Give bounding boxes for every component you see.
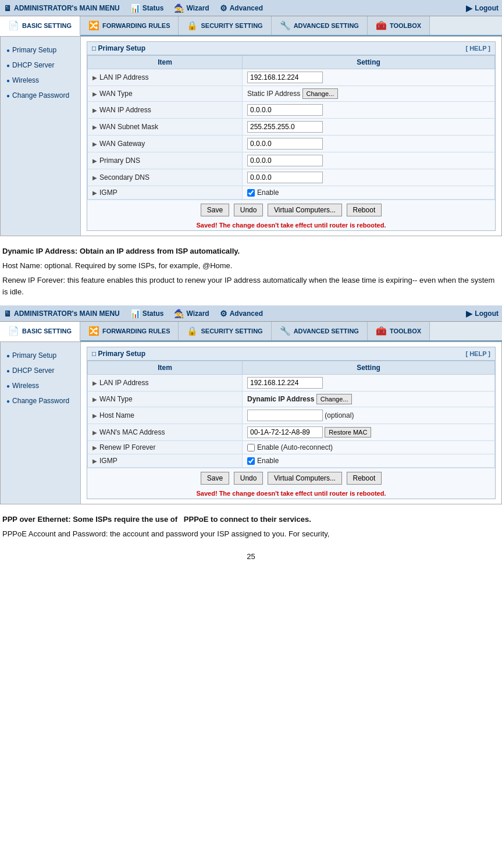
item-cell: ▶ Primary DNS xyxy=(88,152,243,169)
wan-subnet-input[interactable] xyxy=(247,121,323,133)
tab2-advanced-setting[interactable]: 🔧 ADVANCED SETTING xyxy=(272,322,368,340)
arrow-icon: ▶ xyxy=(92,380,97,386)
renew-ip-checkbox-cell: Enable (Auto-reconnect) xyxy=(247,443,490,451)
setup-title-text: □ Primary Setup xyxy=(92,44,145,52)
item-label: ▶ IGMP xyxy=(92,188,237,197)
item-label: ▶ WAN Gateway xyxy=(92,140,237,148)
val-cell: (optional) xyxy=(243,407,495,424)
arrow-icon: ▶ xyxy=(92,412,97,419)
sidebar-item-primary-setup[interactable]: ● Primary Setup xyxy=(1,42,80,58)
igmp-checkbox[interactable] xyxy=(247,189,255,197)
arrow-icon: ▶ xyxy=(92,107,97,113)
wan-type-change-btn[interactable]: Change... xyxy=(302,88,339,99)
nav2-wizard[interactable]: 🧙 Wizard xyxy=(174,309,209,318)
lan-ip-input[interactable] xyxy=(247,72,323,83)
sidebar-item-wireless[interactable]: ● Wireless xyxy=(1,73,80,88)
nav-logout[interactable]: ▶ Logout xyxy=(466,3,499,13)
text2-bold: PPP over Ethernet: Some ISPs require the… xyxy=(2,515,311,524)
reboot-button-2[interactable]: Reboot xyxy=(347,472,382,485)
undo-button-1[interactable]: Undo xyxy=(234,204,264,216)
igmp-checkbox-cell: Enable xyxy=(247,188,490,197)
nav-status[interactable]: 📊 Status xyxy=(130,3,164,13)
table-row: ▶ LAN IP Address xyxy=(88,375,495,392)
nav-advanced[interactable]: ⚙ Advanced xyxy=(220,3,263,13)
nav2-logout[interactable]: ▶ Logout xyxy=(466,309,499,318)
arrow-icon: ▶ xyxy=(92,141,97,147)
text-line-1: Dynamic IP Address: Obtain an IP address… xyxy=(2,246,500,258)
arrow-icon: ▶ xyxy=(92,175,97,181)
tab-basic-label: BASIC SETTING xyxy=(22,22,72,29)
text2-line-1: PPP over Ethernet: Some ISPs require the… xyxy=(2,514,500,526)
table-row: ▶ Secondary DNS xyxy=(88,169,495,186)
wan-ip-input[interactable] xyxy=(247,104,323,116)
tab2-toolbox[interactable]: 🧰 TOOLBOX xyxy=(368,322,430,340)
tab2-adv-label: ADVANCED SETTING xyxy=(294,328,359,335)
lan-ip-input-2[interactable] xyxy=(247,377,323,389)
primary-dns-input[interactable] xyxy=(247,155,323,166)
tab2-forwarding-rules[interactable]: 🔀 FORWARDING RULES xyxy=(80,322,179,340)
sidebar2-item-primary-setup[interactable]: ● Primary Setup xyxy=(1,348,80,363)
adv-setting-icon-2: 🔧 xyxy=(280,326,291,336)
val-cell: Restore MAC xyxy=(243,424,495,441)
sidebar2-item-change-password[interactable]: ● Change Password xyxy=(1,393,80,408)
col-item-1: Item xyxy=(88,56,243,69)
nav2-status[interactable]: 📊 Status xyxy=(130,309,164,318)
wan-mac-input[interactable] xyxy=(247,426,323,438)
item-cell: ▶ LAN IP Address xyxy=(88,375,243,392)
virtual-computers-button-2[interactable]: Virtual Computers... xyxy=(268,472,342,485)
nav2-admin-menu[interactable]: 🖥 ADMINISTRATOR's MAIN MENU xyxy=(3,309,120,318)
status-icon: 📊 xyxy=(130,3,140,13)
item-cell: ▶ WAN's MAC Address xyxy=(88,424,243,441)
val-cell: Dynamic IP Address Change... xyxy=(243,392,495,407)
tab-security-setting[interactable]: 🔒 SECURITY SETTING xyxy=(179,16,271,35)
nav2-advanced[interactable]: ⚙ Advanced xyxy=(220,309,263,318)
tab-forwarding-rules[interactable]: 🔀 FORWARDING RULES xyxy=(80,16,179,35)
val-cell xyxy=(243,169,495,186)
nav2-advanced-label: Advanced xyxy=(230,310,263,318)
sidebar2-item-wireless[interactable]: ● Wireless xyxy=(1,378,80,393)
virtual-computers-button-1[interactable]: Virtual Computers... xyxy=(268,204,342,216)
undo-button-2[interactable]: Undo xyxy=(234,472,264,485)
status-icon-2: 📊 xyxy=(130,309,140,318)
tab-toolbox[interactable]: 🧰 TOOLBOX xyxy=(368,16,430,35)
table-row: ▶ Primary DNS xyxy=(88,152,495,169)
nav-wizard[interactable]: 🧙 Wizard xyxy=(174,3,209,13)
logout-icon-2: ▶ xyxy=(466,309,472,318)
host-name-input[interactable] xyxy=(247,410,323,421)
page-wrapper: 🖥 ADMINISTRATOR's MAIN MENU 📊 Status 🧙 W… xyxy=(0,0,502,563)
sidebar-item-dhcp-server[interactable]: ● DHCP Server xyxy=(1,58,80,73)
setup-box-2: □ Primary Setup [ HELP ] Item Setting xyxy=(87,347,496,499)
sidebar-item-change-password[interactable]: ● Change Password xyxy=(1,88,80,103)
sidebar2-item-dhcp-server[interactable]: ● DHCP Server xyxy=(1,363,80,378)
renew-ip-checkbox[interactable] xyxy=(247,444,255,451)
item-cell: ▶ IGMP xyxy=(88,186,243,200)
router-ui-1: ● Primary Setup ● DHCP Server ● Wireless… xyxy=(0,36,502,236)
save-button-1[interactable]: Save xyxy=(201,204,229,216)
toolbox-icon: 🧰 xyxy=(376,20,387,31)
save-button-2[interactable]: Save xyxy=(201,472,229,485)
tab-basic-setting[interactable]: 📄 BASIC SETTING xyxy=(0,16,80,36)
item-cell: ▶ IGMP xyxy=(88,454,243,468)
help-link-1[interactable]: [ HELP ] xyxy=(465,45,490,52)
tab2-basic-setting[interactable]: 📄 BASIC SETTING xyxy=(0,322,80,341)
item-label: ▶ WAN IP Address xyxy=(92,106,237,114)
secondary-dns-input[interactable] xyxy=(247,172,323,183)
item-cell: ▶ Secondary DNS xyxy=(88,169,243,186)
tab-advanced-setting[interactable]: 🔧 ADVANCED SETTING xyxy=(272,16,368,35)
table-row: ▶ WAN's MAC Address Restore MAC xyxy=(88,424,495,441)
item-label: ▶ LAN IP Address xyxy=(92,379,237,387)
nav-advanced-label: Advanced xyxy=(230,4,263,12)
table-row: ▶ WAN Subnet Mask xyxy=(88,119,495,136)
arrow-icon: ▶ xyxy=(92,91,97,97)
wan-type2-change-btn[interactable]: Change... xyxy=(316,394,353,404)
tab2-security-setting[interactable]: 🔒 SECURITY SETTING xyxy=(179,322,271,340)
wan-gateway-input[interactable] xyxy=(247,138,323,150)
help-link-2[interactable]: [ HELP ] xyxy=(465,350,490,357)
table-row: ▶ IGMP Enable xyxy=(88,186,495,200)
reboot-button-1[interactable]: Reboot xyxy=(347,204,382,216)
igmp2-checkbox[interactable] xyxy=(247,457,255,465)
item-cell: ▶ LAN IP Address xyxy=(88,69,243,86)
table-row: ▶ WAN Type Dynamic IP Address Change... xyxy=(88,392,495,407)
restore-mac-btn[interactable]: Restore MAC xyxy=(325,427,371,437)
nav-admin-menu[interactable]: 🖥 ADMINISTRATOR's MAIN MENU xyxy=(3,3,120,13)
